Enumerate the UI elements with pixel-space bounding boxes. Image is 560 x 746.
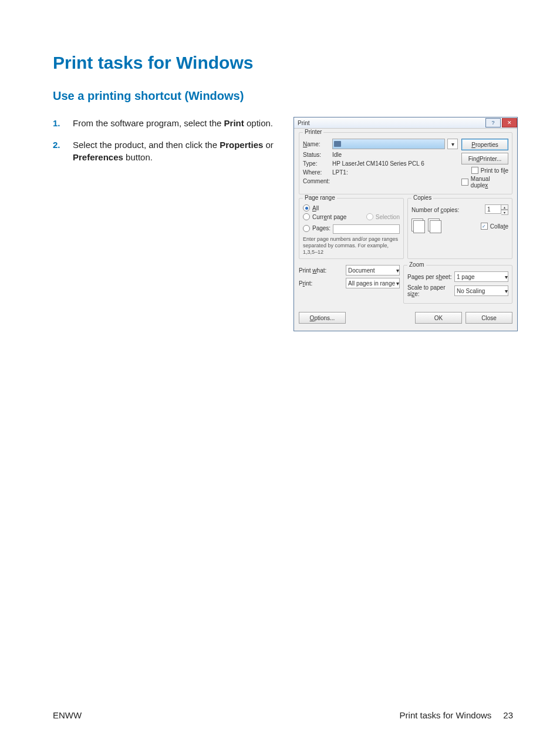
footer-left: ENWW [53,710,82,720]
collate-icon: 1 [428,219,440,231]
options-button[interactable]: Options... [299,312,346,324]
help-icon[interactable]: ? [485,118,501,127]
print-what-label: Print what: [299,267,346,274]
type-value: HP LaserJet CM1410 Series PCL 6 [332,160,424,167]
pages-input[interactable] [333,224,400,234]
name-label: Name: [303,141,332,147]
collate-icon: 1 [411,219,423,231]
where-label: Where: [303,169,332,176]
status-value: Idle [332,152,342,158]
dialog-title: Print [298,120,310,126]
group-label: Zoom [407,261,426,268]
step-text: Select the product, and then click the P… [73,139,276,163]
printer-name-dropdown[interactable] [332,139,445,149]
pages-per-sheet-label: Pages per sheet: [407,274,454,280]
properties-button[interactable]: Properties [461,139,508,150]
step-number: 2. [53,139,73,163]
where-value: LPT1: [332,169,348,176]
print-dropdown[interactable]: All pages in range▾ [346,278,400,288]
step-2: 2. Select the product, and then click th… [53,139,276,163]
page-title: Print tasks for Windows [53,53,513,73]
page-range-group: Page range All Current page Selection Pa… [299,198,404,259]
close-icon[interactable]: ✕ [502,118,517,127]
find-printer-button[interactable]: Find Printer... [461,153,508,164]
group-label: Printer [303,129,323,135]
collate-checkbox[interactable]: ✓Collate [481,223,508,230]
footer-section: Print tasks for Windows [400,710,492,720]
chevron-down-icon: ▾ [396,267,399,274]
copies-value[interactable]: 1 [485,204,501,214]
copies-spinner[interactable]: 1 ▴▾ [485,204,508,215]
step-text: From the software program, select the Pr… [73,117,273,129]
group-label: Copies [411,194,433,201]
pages-hint: Enter page numbers and/or page ranges se… [303,236,400,255]
printer-group: Printer Name: ▾ Status:Idle [299,132,512,194]
step-1: 1. From the software program, select the… [53,117,276,129]
print-dialog: Print ? ✕ Printer Name: [294,117,518,331]
radio-selection: Selection [366,213,400,220]
status-label: Status: [303,152,332,158]
spin-up-icon[interactable]: ▴ [501,204,508,210]
group-label: Page range [303,194,337,201]
chevron-down-icon: ▾ [505,274,508,280]
printer-icon [334,141,341,147]
spin-down-icon[interactable]: ▾ [501,210,508,215]
scale-label: Scale to paper size: [407,284,454,297]
print-what-dropdown[interactable]: Document▾ [346,265,400,275]
ok-button[interactable]: OK [415,312,462,324]
chevron-down-icon[interactable]: ▾ [447,139,458,149]
dialog-titlebar: Print ? ✕ [294,117,517,129]
print-label: Print: [299,280,346,287]
radio-pages[interactable]: Pages: [303,225,330,232]
chevron-down-icon: ▾ [505,288,508,294]
radio-all[interactable]: All [303,204,400,211]
print-to-file-checkbox[interactable]: Print to file [471,167,508,174]
step-number: 1. [53,117,73,129]
pages-per-sheet-dropdown[interactable]: 1 page▾ [454,271,508,282]
page-subtitle: Use a printing shortcut (Windows) [53,89,513,103]
manual-duplex-checkbox[interactable]: Manual duplex [461,176,508,189]
radio-current-page[interactable]: Current page [303,213,366,220]
comment-label: Comment: [303,178,332,184]
page-number: 23 [503,710,513,720]
chevron-down-icon: ▾ [396,280,399,287]
scale-dropdown[interactable]: No Scaling▾ [454,285,508,296]
copies-group: Copies Number of copies: 1 ▴▾ 1 [407,198,512,259]
copies-label: Number of copies: [411,207,485,213]
zoom-group: Zoom Pages per sheet: 1 page▾ Scale to p… [403,265,512,304]
type-label: Type: [303,160,332,167]
close-button[interactable]: Close [465,312,512,324]
